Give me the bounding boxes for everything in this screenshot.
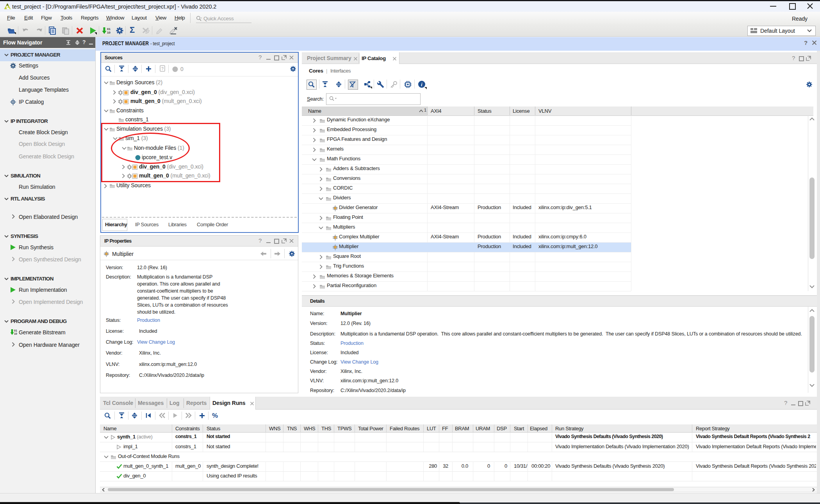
svg-text:10: 10 xyxy=(107,31,111,34)
svg-text:01: 01 xyxy=(14,329,17,332)
svg-text:01: 01 xyxy=(107,27,111,31)
svg-text:?: ? xyxy=(161,67,164,71)
svg-text:10: 10 xyxy=(14,332,17,335)
svg-text:i: i xyxy=(421,82,422,87)
